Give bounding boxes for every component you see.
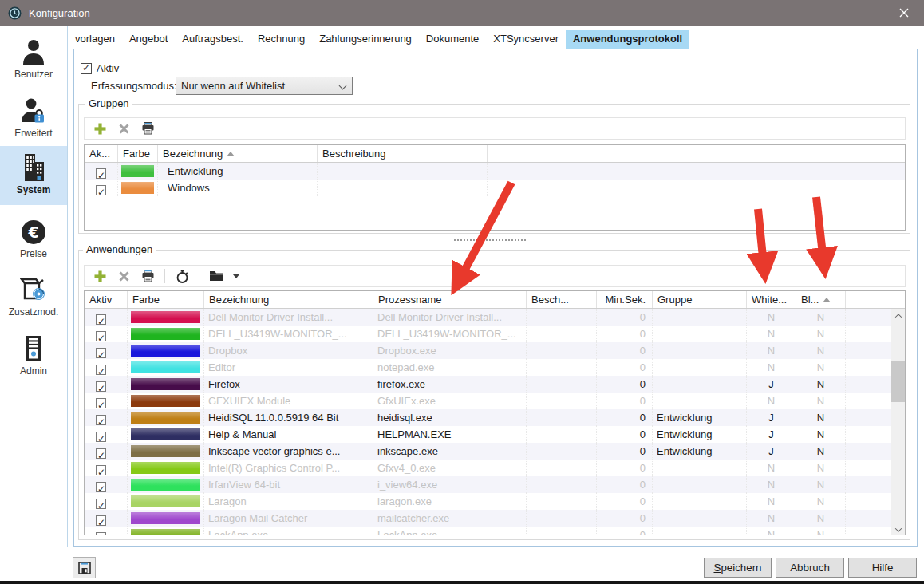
tab-dokumente[interactable]: Dokumente xyxy=(419,30,486,49)
speichern-button[interactable]: Speichern xyxy=(704,558,772,578)
window-title: Konfiguration xyxy=(29,7,90,19)
col-header-aktiv[interactable]: Aktiv xyxy=(85,291,128,308)
sidebar-item-preise[interactable]: € Preise xyxy=(0,218,67,264)
table-row[interactable]: DELL_U3419W-MONITOR_... DELL_U3419W-MONI… xyxy=(85,326,905,342)
folder-dropdown-chevron-icon[interactable] xyxy=(233,274,239,278)
close-button[interactable] xyxy=(884,0,924,26)
splitter-handle[interactable] xyxy=(454,239,526,242)
row-active-checkbox[interactable] xyxy=(96,482,106,492)
row-active-checkbox[interactable] xyxy=(96,415,106,425)
table-row[interactable]: Laragon Mail Catcher mailcatcher.exe 0 N… xyxy=(85,510,905,527)
sidebar-item-zusatzmod[interactable]: Zusatzmod. xyxy=(0,274,67,321)
sidebar-item-benutzer[interactable]: Benutzer xyxy=(0,37,67,83)
delete-button[interactable] xyxy=(116,269,131,283)
scroll-up-button[interactable] xyxy=(891,309,905,322)
row-active-checkbox[interactable] xyxy=(96,365,106,375)
table-row[interactable]: LockApp.exe LockApp.exe 0 N N xyxy=(85,527,905,535)
folder-button[interactable] xyxy=(209,269,223,283)
tab-vorlagen[interactable]: vorlagen xyxy=(68,30,122,49)
timer-button[interactable] xyxy=(175,269,189,283)
scrollbar-thumb[interactable] xyxy=(891,361,905,402)
col-header-besch[interactable]: Besch... xyxy=(527,291,597,308)
table-row[interactable]: GFXUIEX Module GfxUIEx.exe 0 N N xyxy=(85,393,905,409)
color-swatch xyxy=(131,361,200,373)
table-row[interactable]: Editor notepad.exe 0 N N xyxy=(85,359,905,376)
row-active-checkbox[interactable] xyxy=(96,448,106,459)
cell-minsek: 0 xyxy=(597,359,653,376)
col-header-minsek[interactable]: Min.Sek. xyxy=(597,291,653,308)
color-swatch xyxy=(121,165,154,177)
row-active-checkbox[interactable] xyxy=(96,398,106,408)
floppy-disk-icon xyxy=(78,562,91,574)
col-header-farbe[interactable]: Farbe xyxy=(118,145,158,162)
table-row[interactable]: Dropbox Dropbox.exe 0 N N xyxy=(85,342,905,359)
row-active-checkbox[interactable] xyxy=(96,432,106,442)
row-active-checkbox[interactable] xyxy=(96,348,106,358)
row-active-checkbox[interactable] xyxy=(96,331,106,341)
cell-gruppe xyxy=(653,460,747,476)
color-swatch xyxy=(131,428,200,440)
row-active-checkbox[interactable] xyxy=(96,185,106,195)
table-row[interactable]: Windows xyxy=(85,180,905,196)
sidebar-item-erweitert[interactable]: Erweitert xyxy=(0,96,67,142)
col-header-bezeichnung[interactable]: Bezeichnung xyxy=(158,145,318,162)
tab-angebot[interactable]: Angebot xyxy=(122,30,175,49)
tab-auftragsbest[interactable]: Auftragsbest. xyxy=(175,30,251,49)
col-header-white[interactable]: White... xyxy=(747,291,796,308)
delete-button[interactable] xyxy=(116,121,131,136)
color-swatch xyxy=(131,479,200,491)
col-header-farbe[interactable]: Farbe xyxy=(128,291,204,308)
print-button[interactable] xyxy=(140,121,155,136)
vertical-scrollbar[interactable] xyxy=(891,309,905,535)
table-row[interactable]: Laragon laragon.exe 0 N N xyxy=(85,493,905,510)
col-header-bezeichnung[interactable]: Bezeichnung xyxy=(204,291,373,308)
cell-prozessname: Dell Monitor Driver Install... xyxy=(373,309,527,326)
row-active-checkbox[interactable] xyxy=(96,499,106,509)
scroll-down-button[interactable] xyxy=(891,523,905,535)
col-header-beschreibung[interactable]: Beschreibung xyxy=(318,145,488,162)
col-header-bl[interactable]: Bl... xyxy=(796,291,846,308)
erfassungsmodus-select[interactable]: Nur wenn auf Whitelist xyxy=(176,77,353,95)
cell-bezeichnung: Inkscape vector graphics e... xyxy=(204,443,373,460)
abbruch-button[interactable]: Abbruch xyxy=(776,558,844,578)
table-row[interactable]: Firefox firefox.exe 0 J N xyxy=(85,376,905,393)
cell-minsek: 0 xyxy=(597,326,653,342)
print-button[interactable] xyxy=(140,269,155,283)
hilfe-button[interactable]: Hilfe xyxy=(848,558,917,578)
table-row[interactable]: Dell Monitor Driver Install... Dell Moni… xyxy=(85,309,905,326)
col-header-ak[interactable]: Ak... xyxy=(85,145,118,162)
table-row[interactable]: Inkscape vector graphics e... inkscape.e… xyxy=(85,443,905,460)
save-shortcut-button[interactable] xyxy=(73,557,96,578)
add-button[interactable] xyxy=(93,269,107,283)
table-row[interactable]: IrfanView 64-bit i_view64.exe 0 N N xyxy=(85,476,905,493)
row-active-checkbox[interactable] xyxy=(96,314,106,325)
tab-zahlungserinnerung[interactable]: Zahlungserinnerung xyxy=(312,30,419,49)
gruppen-table-body: Entwicklung Windows xyxy=(85,163,905,196)
aktiv-checkbox[interactable] xyxy=(81,63,92,74)
col-header-prozessname[interactable]: Prozessname xyxy=(373,291,527,308)
table-row[interactable]: Entwicklung xyxy=(85,163,905,180)
row-active-checkbox[interactable] xyxy=(96,532,106,535)
tab-anwendungsprotokoll[interactable]: Anwendungsprotokoll xyxy=(566,30,689,49)
cell-beschreibung xyxy=(318,163,488,180)
row-active-checkbox[interactable] xyxy=(96,381,106,392)
table-row[interactable]: Help & Manual HELPMAN.EXE 0 Entwicklung … xyxy=(85,426,905,443)
sidebar-item-label: Benutzer xyxy=(0,69,67,80)
sidebar-item-admin[interactable]: Admin xyxy=(0,333,67,380)
cell-minsek: 0 xyxy=(597,342,653,359)
toolbar-separator xyxy=(164,269,165,283)
sidebar-item-system[interactable]: System xyxy=(0,146,67,205)
row-active-checkbox[interactable] xyxy=(96,465,106,475)
cell-gruppe xyxy=(653,359,747,376)
table-row[interactable]: Intel(R) Graphics Control P... Gfxv4_0.e… xyxy=(85,460,905,476)
folder-icon xyxy=(209,270,223,282)
row-active-checkbox[interactable] xyxy=(96,168,106,179)
tab-xtsyncserver[interactable]: XTSyncserver xyxy=(486,30,566,49)
table-row[interactable]: HeidiSQL 11.0.0.5919 64 Bit heidisql.exe… xyxy=(85,409,905,426)
tab-rechnung[interactable]: Rechnung xyxy=(251,30,312,49)
row-active-checkbox[interactable] xyxy=(96,515,106,526)
gruppen-toolbar xyxy=(84,117,906,140)
add-button[interactable] xyxy=(93,121,107,136)
cell-prozessname: i_view64.exe xyxy=(373,476,527,493)
col-header-gruppe[interactable]: Gruppe xyxy=(653,291,747,308)
